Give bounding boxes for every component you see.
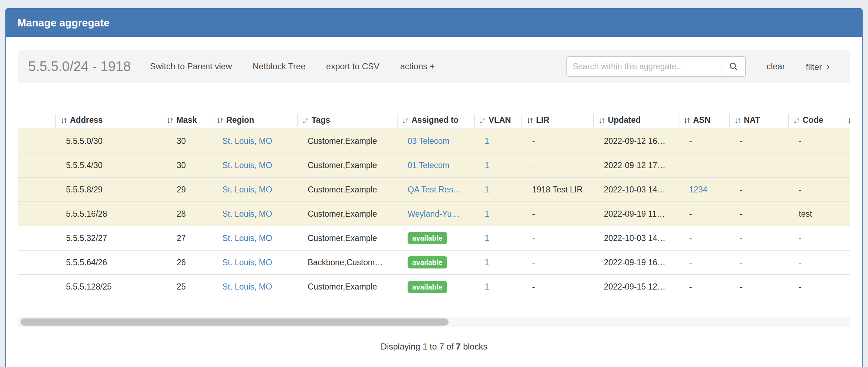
vlan-link[interactable]: 1 [485,233,489,243]
scrollbar-thumb[interactable] [20,318,449,326]
cell-assigned: available [397,275,474,299]
column-header-tags[interactable]: ↓↑Tags [297,112,397,129]
column-header-asn[interactable]: ↓↑ASN [678,112,729,129]
cell-address: 5.5.5.64/26 [55,250,162,275]
asn-value: - [689,161,692,170]
cell-mask: 28 [162,202,212,226]
table-row: 5.5.5.64/2626St. Louis, MOBackbone,Custo… [18,250,850,275]
address-value: 5.5.5.16/28 [66,209,107,218]
table-row: 5.5.5.0/3030St. Louis, MOCustomer,Exampl… [18,129,850,153]
netblock-tree-link[interactable]: Netblock Tree [253,61,306,71]
cell-tags: Customer,Example [297,202,397,226]
search-input[interactable] [566,56,722,77]
cell-address: 5.5.5.32/27 [55,226,162,250]
cell-nat: - [729,275,788,299]
assigned-link[interactable]: 01 Telecom [408,161,449,170]
actions-menu-button[interactable]: actions + [400,61,435,71]
code-value: - [799,258,802,267]
column-header-lir[interactable]: ↓↑LIR [521,112,593,129]
vlan-link[interactable]: 1 [485,185,489,194]
cell-extra [843,129,850,153]
column-header-vlan[interactable]: ↓↑VLAN [474,112,521,129]
column-header-nat[interactable]: ↓↑NAT [729,112,788,129]
column-header-region[interactable]: ↓↑Region [212,112,297,129]
cell-spacer [18,250,55,275]
nat-value: - [740,258,743,267]
tags-value: Customer,Example [308,209,377,218]
column-header-address[interactable]: ↓↑Address [55,112,162,129]
cell-region: St. Louis, MO [212,202,297,226]
column-label: Assigned to [412,115,459,125]
column-header-mask[interactable]: ↓↑Mask [162,112,212,129]
region-link[interactable]: St. Louis, MO [222,233,272,243]
cell-assigned: available [397,226,474,250]
cell-vlan: 1 [474,177,521,202]
asn-value: - [689,282,692,291]
code-value: - [799,136,802,146]
cell-address: 5.5.5.8/29 [55,177,162,202]
sort-icon: ↓↑ [734,115,740,125]
available-badge: available [408,281,447,293]
search-group [566,56,746,77]
mask-value: 30 [177,161,186,170]
address-value: 5.5.5.0/30 [66,136,102,146]
column-header-updated[interactable]: ↓↑Updated [593,112,678,129]
column-header-code[interactable]: ↓↑Code [788,112,843,129]
cell-lir: - [521,202,593,226]
region-link[interactable]: St. Louis, MO [222,185,272,194]
code-value: - [799,161,802,170]
cell-spacer [18,177,55,202]
vlan-link[interactable]: 1 [485,282,489,291]
region-link[interactable]: St. Louis, MO [222,161,272,170]
vlan-link[interactable]: 1 [485,209,489,218]
column-label: Address [70,115,103,125]
column-label: VLAN [489,115,511,125]
region-link[interactable]: St. Louis, MO [222,209,272,218]
region-link[interactable]: St. Louis, MO [222,136,272,146]
asn-value: - [689,233,692,243]
region-link[interactable]: St. Louis, MO [222,258,272,267]
cell-extra [843,177,850,202]
vlan-link[interactable]: 1 [485,161,489,170]
vlan-link[interactable]: 1 [485,136,489,146]
cell-vlan: 1 [474,275,521,299]
column-label: Region [226,115,254,125]
aggregate-label: 5.5.5.0/24 - 1918 [28,59,131,74]
lir-value: - [532,161,535,170]
export-to-csv-link[interactable]: export to CSV [326,61,379,71]
address-value: 5.5.5.8/29 [66,185,102,194]
filter-link[interactable]: filter› [806,60,830,72]
sort-icon: ↓↑ [217,115,223,125]
column-header-extra[interactable]: ↓↑ [843,112,850,129]
cell-spacer [18,275,55,299]
vlan-link[interactable]: 1 [485,258,489,267]
region-link[interactable]: St. Louis, MO [222,282,272,291]
lir-value: - [532,282,535,291]
cell-address: 5.5.5.4/30 [55,153,162,177]
lir-value: - [532,233,535,243]
search-button[interactable] [722,56,746,77]
code-value: - [799,282,802,291]
column-label: ASN [693,115,711,125]
cell-updated: 2022-10-03 14… [593,226,678,250]
asn-link[interactable]: 1234 [689,185,707,194]
cell-spacer [18,226,55,250]
switch-to-parent-view-link[interactable]: Switch to Parent view [150,61,232,71]
cell-nat: - [729,226,788,250]
cell-lir: - [521,226,593,250]
available-badge: available [408,232,447,244]
mask-value: 27 [177,233,186,243]
assigned-link[interactable]: 03 Telecom [408,136,449,146]
sort-icon: ↓↑ [60,115,66,125]
column-label: Mask [176,115,197,125]
cell-assigned: Weyland-Yu… [397,202,474,226]
column-header-assigned[interactable]: ↓↑Assigned to [397,112,474,129]
updated-value: 2022-09-12 16… [604,136,666,146]
netblock-table: ↓↑Address↓↑Mask↓↑Region↓↑Tags↓↑Assigned … [18,112,850,299]
cell-nat: - [729,153,788,177]
manage-aggregate-panel: Manage aggregate 5.5.5.0/24 - 1918 Switc… [5,8,863,367]
clear-search-link[interactable]: clear [767,61,785,71]
horizontal-scrollbar[interactable] [18,317,850,327]
assigned-link[interactable]: Weyland-Yu… [408,209,460,218]
assigned-link[interactable]: QA Test Res… [408,185,461,194]
